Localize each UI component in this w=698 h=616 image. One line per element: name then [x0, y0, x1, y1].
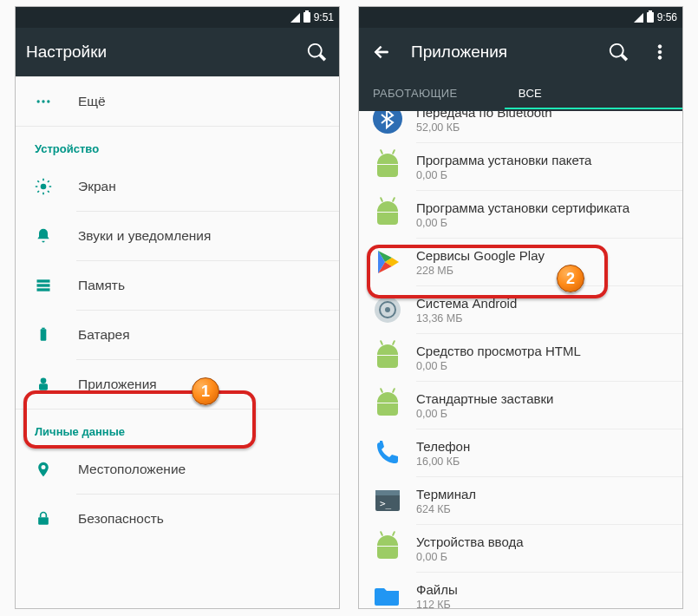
signal-icon: [634, 13, 643, 23]
svg-point-14: [658, 56, 662, 60]
app-icon: [373, 390, 402, 420]
app-icon: [373, 111, 402, 134]
app-name: Стандартные заставки: [416, 391, 669, 406]
location-icon: [35, 461, 78, 478]
tabs: РАБОТАЮЩИЕ ВСЕ: [359, 76, 682, 111]
signal-icon: [290, 13, 300, 23]
status-bar: 9:56: [359, 7, 682, 28]
app-size: 13,36 МБ: [416, 312, 669, 324]
settings-item-label: Батарея: [78, 327, 325, 343]
settings-item-apps[interactable]: Приложения: [16, 360, 339, 409]
lock-icon: [35, 510, 78, 528]
svg-point-12: [658, 45, 662, 49]
phone-settings: 9:51 Настройки Ещё Устройство Экран: [15, 6, 340, 609]
svg-rect-11: [38, 517, 49, 524]
app-icon: [373, 247, 402, 277]
app-row[interactable]: Система Android13,36 МБ: [359, 286, 682, 333]
apps-icon: [35, 376, 78, 393]
appbar-apps: Приложения: [359, 28, 682, 76]
app-icon: [373, 200, 402, 229]
bell-icon: [35, 227, 78, 245]
app-row[interactable]: Сервисы Google Play228 МБ: [359, 239, 682, 285]
storage-icon: [35, 277, 78, 294]
app-size: 112 КБ: [416, 599, 669, 609]
app-size: 624 КБ: [416, 503, 669, 515]
app-row[interactable]: Передача по Bluetooth52,00 КБ: [359, 111, 682, 142]
settings-item-sound[interactable]: Звуки и уведомления: [16, 212, 339, 260]
svg-rect-7: [41, 329, 47, 340]
settings-item-location[interactable]: Местоположение: [16, 445, 339, 494]
svg-point-2: [47, 100, 49, 102]
search-icon[interactable]: [304, 40, 329, 64]
settings-item-label: Ещё: [78, 94, 325, 109]
settings-item-security[interactable]: Безопасность: [16, 495, 339, 543]
app-size: 0,00 Б: [416, 169, 669, 181]
battery-icon: [303, 12, 310, 23]
settings-item-display[interactable]: Экран: [16, 162, 339, 211]
app-size: 0,00 Б: [416, 551, 669, 563]
app-name: Средство просмотра HTML: [416, 344, 669, 358]
settings-list: Ещё Устройство Экран Звуки и уведомления…: [16, 76, 339, 608]
tab-label: ВСЕ: [519, 87, 542, 100]
apps-list[interactable]: Передача по Bluetooth52,00 КБПрограмма у…: [359, 111, 682, 608]
app-size: 228 МБ: [416, 265, 669, 277]
app-size: 0,00 Б: [416, 217, 669, 229]
app-icon: [373, 438, 402, 468]
settings-item-label: Память: [78, 278, 325, 293]
overflow-icon[interactable]: [648, 40, 672, 64]
app-name: Устройства ввода: [416, 534, 669, 549]
svg-point-13: [658, 50, 662, 54]
settings-item-label: Экран: [78, 179, 325, 194]
app-name: Файлы: [416, 582, 669, 597]
svg-rect-10: [39, 383, 48, 390]
display-icon: [35, 178, 78, 195]
phone-apps: 9:56 Приложения РАБОТАЮЩИЕ ВСЕ Передача …: [358, 6, 683, 609]
app-row[interactable]: Программа установки сертификата0,00 Б: [359, 191, 682, 238]
app-name: Программа установки пакета: [416, 153, 669, 167]
svg-point-0: [37, 100, 40, 102]
svg-point-23: [385, 307, 390, 312]
settings-item-more[interactable]: Ещё: [16, 77, 339, 126]
svg-point-9: [41, 378, 47, 384]
battery-icon: [647, 12, 654, 23]
app-row[interactable]: Средство просмотра HTML0,00 Б: [359, 334, 682, 381]
app-row[interactable]: Телефон16,00 КБ: [359, 429, 682, 476]
status-bar: 9:51: [16, 7, 339, 28]
page-title: Настройки: [26, 43, 287, 62]
svg-text:>_: >_: [380, 498, 392, 509]
tab-label: РАБОТАЮЩИЕ: [373, 87, 458, 100]
app-size: 52,00 КБ: [416, 121, 669, 134]
app-icon: [373, 581, 402, 608]
svg-rect-5: [37, 284, 50, 286]
svg-rect-8: [42, 328, 44, 330]
tab-running[interactable]: РАБОТАЮЩИЕ: [359, 76, 505, 111]
appbar-settings: Настройки: [16, 28, 339, 76]
status-time: 9:51: [314, 11, 334, 23]
app-name: Программа установки сертификата: [416, 200, 669, 215]
app-size: 16,00 КБ: [416, 455, 669, 468]
back-icon[interactable]: [369, 40, 394, 64]
settings-item-battery[interactable]: Батарея: [16, 311, 339, 359]
app-row[interactable]: Программа установки пакета0,00 Б: [359, 143, 682, 190]
svg-rect-4: [37, 279, 50, 282]
settings-item-storage[interactable]: Память: [16, 261, 339, 310]
app-icon: >_: [373, 486, 402, 515]
battery-icon: [35, 326, 78, 344]
app-row[interactable]: Файлы112 КБ: [359, 573, 682, 608]
app-icon: [373, 534, 402, 563]
app-row[interactable]: Стандартные заставки0,00 Б: [359, 382, 682, 429]
app-row[interactable]: Устройства ввода0,00 Б: [359, 525, 682, 572]
settings-item-label: Звуки и уведомления: [78, 228, 325, 244]
section-personal: Личные данные: [16, 410, 339, 445]
svg-point-1: [42, 100, 44, 102]
tab-all[interactable]: ВСЕ: [505, 76, 682, 111]
app-row[interactable]: >_Терминал624 КБ: [359, 477, 682, 524]
search-icon[interactable]: [606, 40, 630, 64]
more-icon: [35, 93, 78, 110]
settings-item-label: Приложения: [78, 377, 325, 392]
app-icon: [373, 152, 402, 181]
settings-item-label: Местоположение: [78, 462, 325, 477]
app-name: Система Android: [416, 296, 669, 311]
app-size: 0,00 Б: [416, 360, 669, 372]
svg-rect-6: [37, 288, 50, 291]
